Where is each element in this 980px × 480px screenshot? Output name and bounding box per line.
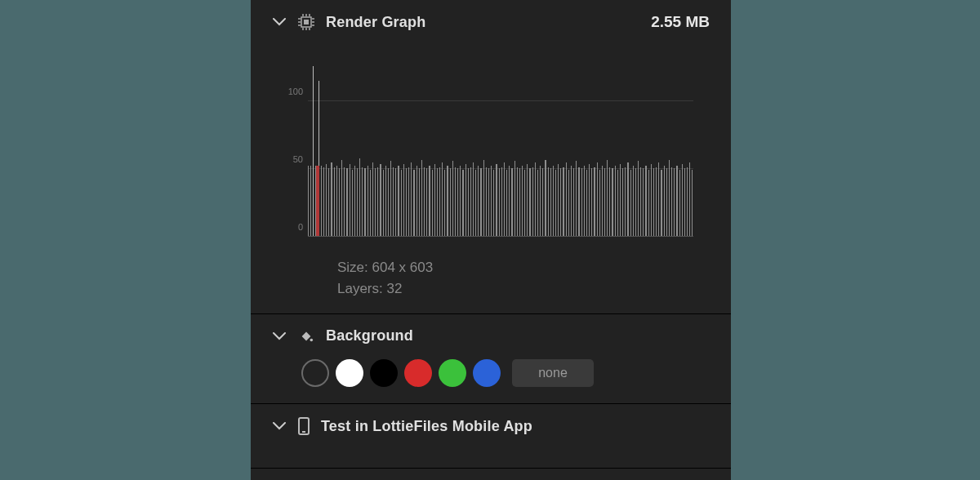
chart-bar — [341, 160, 342, 238]
chart-bar — [359, 158, 360, 237]
chart-bar — [550, 168, 551, 237]
chart-bar — [413, 170, 414, 237]
chart-bar — [336, 166, 337, 237]
chart-bar — [560, 168, 561, 237]
chart-bar — [571, 166, 572, 237]
chart-bar — [447, 166, 448, 237]
chart-bar — [493, 170, 494, 237]
chart-bar — [658, 162, 659, 237]
chevron-down-icon[interactable] — [272, 419, 287, 433]
chart-bar — [542, 168, 543, 237]
chart-bar — [344, 167, 345, 237]
chart-bar — [537, 170, 538, 237]
svg-point-14 — [310, 338, 314, 341]
chart-bar — [573, 168, 574, 237]
playhead-marker[interactable] — [316, 166, 319, 237]
chart-bar — [499, 168, 500, 237]
chart-bar — [669, 160, 670, 238]
chart-bar — [535, 162, 536, 237]
chart-bar — [638, 161, 639, 237]
background-header: Background — [272, 327, 710, 344]
chart-bar — [671, 167, 672, 237]
chart-bar — [597, 162, 598, 237]
chart-bar — [620, 164, 621, 237]
chart-bar — [589, 164, 590, 237]
swatch-black[interactable] — [370, 359, 398, 387]
chart-bar — [676, 166, 677, 237]
swatch-transparent[interactable] — [301, 359, 329, 387]
chart-bar — [545, 160, 546, 238]
chart-bar — [354, 166, 355, 237]
chart-bar — [468, 168, 469, 237]
render-graph-meta: Size: 604 x 603 Layers: 32 — [337, 260, 710, 297]
chart-bar — [566, 162, 567, 237]
chevron-down-icon[interactable] — [272, 329, 287, 344]
chart-bar — [357, 168, 358, 237]
chart-bar — [607, 160, 608, 238]
phone-icon — [298, 417, 310, 435]
chart-bar — [452, 161, 453, 237]
chart-bar — [519, 168, 520, 237]
chart-bar — [350, 164, 350, 237]
chart-bar — [395, 168, 396, 237]
swatch-blue[interactable] — [473, 359, 501, 387]
test-title: Test in LottieFiles Mobile App — [321, 418, 532, 435]
chart-bar — [687, 167, 688, 237]
chart-bar — [334, 167, 335, 237]
chart-bar — [352, 170, 353, 237]
chart-bar — [321, 166, 322, 237]
swatch-green[interactable] — [439, 359, 466, 387]
chart-bar — [429, 166, 430, 237]
swatch-red[interactable] — [404, 359, 432, 387]
chart-bar — [390, 161, 391, 237]
chart-bar — [462, 170, 463, 237]
chart-bar — [640, 167, 641, 237]
background-none-button[interactable]: none — [512, 359, 594, 387]
render-graph-header: Render Graph 2.55 MB — [272, 13, 710, 31]
chart-bar — [506, 170, 507, 237]
chart-bar — [403, 164, 404, 237]
chart-bar — [576, 161, 577, 237]
chart-bar — [375, 168, 376, 237]
y-tick-50: 50 — [293, 154, 303, 164]
chart-bar — [586, 170, 587, 237]
chart-bar — [555, 170, 556, 237]
chart-bar — [664, 166, 665, 237]
chart-bar — [627, 162, 628, 237]
svg-rect-1 — [304, 20, 309, 24]
chart-bar — [411, 162, 412, 237]
chart-bar — [617, 170, 618, 237]
chart-bar — [553, 166, 554, 237]
inspector-panel: Render Graph 2.55 MB 50 100 0 Size: 604 … — [251, 0, 731, 480]
test-section: Test in LottieFiles Mobile App — [251, 404, 731, 469]
chart-bar — [622, 168, 623, 237]
chart-bar — [643, 168, 644, 237]
chart-bar — [398, 166, 399, 237]
chart-bar — [419, 168, 420, 237]
chart-bar — [483, 160, 484, 238]
chevron-down-icon[interactable] — [272, 15, 287, 29]
chart-bar — [653, 168, 654, 237]
chart-bar — [437, 168, 438, 237]
chart-bar — [475, 170, 476, 237]
chart-bar — [368, 166, 368, 237]
chart-bar — [563, 167, 564, 237]
chart-bar — [568, 170, 569, 237]
chart-bar — [602, 166, 603, 237]
background-section: Background none — [251, 314, 731, 404]
chart-bar — [529, 168, 530, 237]
chart-bar — [401, 170, 402, 237]
chart-bar — [313, 66, 314, 237]
chart-bar — [682, 164, 683, 237]
chart-bar — [630, 170, 631, 237]
chart-bar — [625, 167, 626, 237]
chart-bar — [501, 167, 502, 237]
render-graph-section: Render Graph 2.55 MB 50 100 0 Size: 604 … — [251, 0, 731, 314]
chip-icon — [298, 14, 314, 30]
chart-bar — [509, 166, 510, 237]
chart-bar — [457, 168, 458, 237]
chart-bar — [599, 170, 600, 237]
swatch-white[interactable] — [336, 359, 363, 387]
chart-bar — [504, 162, 505, 237]
y-tick-100: 100 — [288, 87, 303, 96]
